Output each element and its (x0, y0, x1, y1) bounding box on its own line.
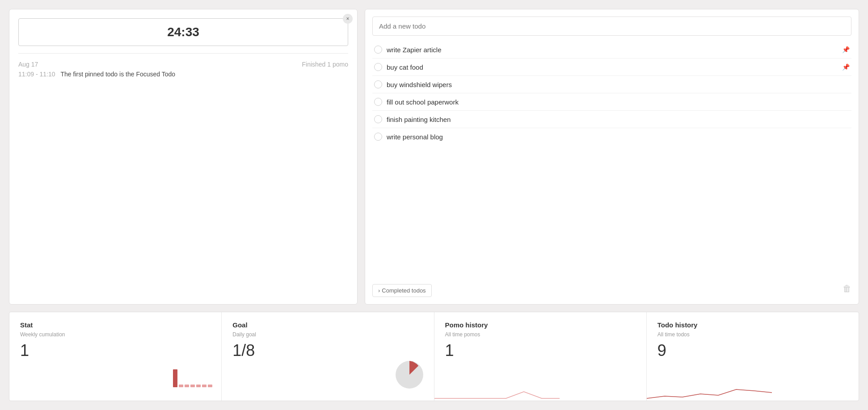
log-finished: Finished 1 pomo (302, 61, 348, 68)
goal-card: Goal Daily goal 1/8 (222, 312, 434, 401)
todo-list: write Zapier article📌buy cat food📌buy wi… (372, 41, 851, 278)
stat-value: 1 (20, 341, 211, 360)
pomo-history-value: 1 (445, 341, 636, 360)
todo-label-2: buy cat food (387, 63, 842, 71)
todo-item: finish painting kitchen (372, 111, 851, 128)
todo-checkbox-2[interactable] (374, 63, 382, 71)
todo-checkbox-1[interactable] (374, 46, 382, 54)
bar-2 (179, 385, 183, 387)
todo-label-4: fill out school paperwork (387, 98, 850, 106)
completed-todos-button[interactable]: › Completed todos (372, 284, 432, 297)
todo-input[interactable] (372, 17, 851, 36)
todo-item: buy windshield wipers (372, 76, 851, 93)
pomo-history-title: Pomo history (445, 321, 636, 329)
todo-checkbox-4[interactable] (374, 98, 382, 106)
bar-5 (196, 385, 201, 387)
todo-panel: write Zapier article📌buy cat food📌buy wi… (365, 9, 859, 305)
todo-line-chart (647, 387, 859, 401)
pomo-history-subtitle: All time pomos (445, 331, 636, 338)
stat-card: Stat Weekly cumulation 1 (9, 312, 222, 401)
log-entry: 11:09 - 11:10 The first pinned todo is t… (18, 71, 348, 78)
todo-history-subtitle: All time todos (657, 331, 848, 338)
todo-checkbox-6[interactable] (374, 133, 382, 141)
bar-1 (173, 369, 177, 387)
todo-item: fill out school paperwork (372, 93, 851, 111)
stat-bar-container (173, 365, 212, 387)
main-layout: × 24:33 Aug 17 Finished 1 pomo 11:09 - 1… (0, 0, 868, 410)
bar-4 (190, 385, 195, 387)
todo-history-title: Todo history (657, 321, 848, 329)
top-row: × 24:33 Aug 17 Finished 1 pomo 11:09 - 1… (9, 9, 859, 305)
stat-title: Stat (20, 321, 211, 329)
close-icon: × (346, 16, 349, 22)
pomo-history-card: Pomo history All time pomos 1 (434, 312, 647, 401)
bar-7 (208, 385, 212, 387)
todo-label-5: finish painting kitchen (387, 116, 850, 123)
timer-display: 24:33 (18, 18, 348, 46)
log-date-row: Aug 17 Finished 1 pomo (18, 61, 348, 68)
close-button[interactable]: × (343, 14, 353, 24)
todo-checkbox-3[interactable] (374, 80, 382, 88)
todo-item: write Zapier article📌 (372, 41, 851, 59)
stat-subtitle: Weekly cumulation (20, 331, 211, 338)
bar-3 (185, 385, 189, 387)
timer-value: 24:33 (167, 25, 199, 39)
todo-label-1: write Zapier article (387, 46, 842, 54)
todo-checkbox-5[interactable] (374, 115, 382, 123)
pin-icon-1[interactable]: 📌 (842, 46, 850, 53)
bottom-row: Stat Weekly cumulation 1 Goal Daily goal… (9, 312, 859, 401)
clear-icon[interactable]: 🗑 (843, 284, 851, 294)
divider (18, 53, 348, 54)
timer-panel: × 24:33 Aug 17 Finished 1 pomo 11:09 - 1… (9, 9, 358, 305)
pomo-line-chart (434, 387, 646, 401)
todo-history-card: Todo history All time todos 9 (647, 312, 859, 401)
goal-title: Goal (232, 321, 423, 329)
goal-subtitle: Daily goal (232, 331, 423, 338)
todo-label-6: write personal blog (387, 133, 850, 141)
pie-chart-container (394, 359, 425, 392)
pin-icon-2[interactable]: 📌 (842, 63, 850, 71)
chevron-right-icon: › (378, 287, 380, 294)
todo-label-3: buy windshield wipers (387, 81, 850, 88)
log-date: Aug 17 (18, 61, 38, 68)
goal-value: 1/8 (232, 341, 423, 360)
bar-6 (202, 385, 206, 387)
completed-todos-label: Completed todos (382, 287, 426, 294)
pie-chart (394, 359, 425, 390)
todo-item: write personal blog (372, 128, 851, 145)
todo-history-value: 9 (657, 341, 848, 360)
todo-bottom-row: › Completed todos 🗑 (372, 280, 851, 297)
todo-item: buy cat food📌 (372, 59, 851, 76)
log-section: Aug 17 Finished 1 pomo 11:09 - 11:10 The… (18, 61, 348, 78)
log-description: The first pinned todo is the Focused Tod… (61, 71, 176, 78)
log-time: 11:09 - 11:10 (18, 71, 55, 78)
